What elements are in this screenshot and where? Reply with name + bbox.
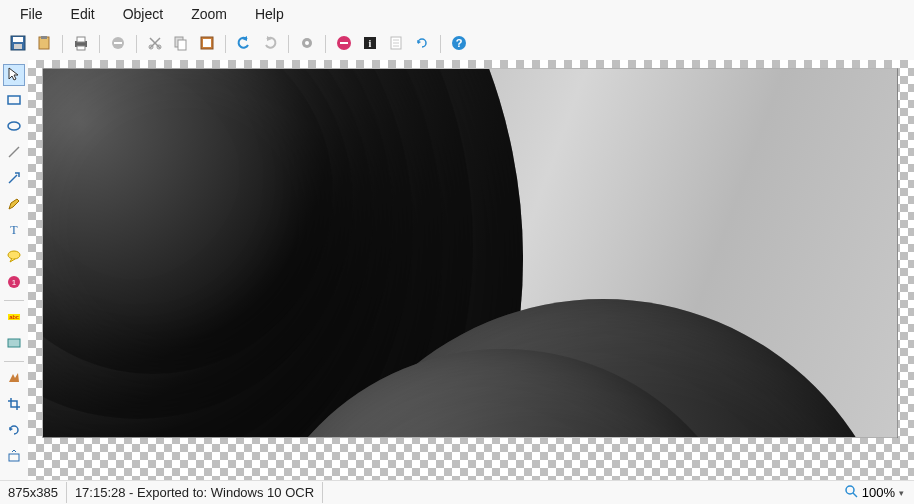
document-icon (388, 35, 404, 54)
zoom-level: 100% (862, 485, 895, 500)
arrow-tool[interactable] (3, 168, 25, 190)
clipboard-icon (36, 35, 52, 54)
text-icon: T (7, 223, 21, 240)
text-tool[interactable]: T (3, 220, 25, 242)
copy-icon (173, 35, 189, 54)
svg-rect-15 (203, 39, 211, 47)
separator (4, 361, 24, 362)
copy-button[interactable] (169, 32, 193, 56)
separator (440, 35, 441, 53)
refresh-button[interactable] (410, 32, 434, 56)
pointer-tool[interactable] (3, 64, 25, 86)
svg-line-30 (9, 147, 19, 157)
dropdown-icon: ▾ (899, 488, 904, 498)
menu-object[interactable]: Object (109, 2, 177, 26)
scissors-icon (147, 35, 163, 54)
svg-point-33 (8, 251, 20, 259)
menu-help[interactable]: Help (241, 2, 298, 26)
counter-tool[interactable]: 1 (3, 272, 25, 294)
svg-rect-19 (340, 42, 348, 44)
effects-tool[interactable] (3, 368, 25, 390)
menu-edit[interactable]: Edit (57, 2, 109, 26)
print-button[interactable] (69, 32, 93, 56)
crop-icon (7, 397, 21, 414)
freehand-tool[interactable] (3, 194, 25, 216)
svg-rect-6 (77, 37, 85, 42)
svg-text:1: 1 (12, 278, 17, 287)
ellipse-icon (7, 119, 21, 136)
cut-button[interactable] (143, 32, 167, 56)
info-button[interactable]: i (358, 32, 382, 56)
svg-text:i: i (369, 38, 372, 49)
separator (325, 35, 326, 53)
side-toolbar: T 1 abc (0, 60, 28, 480)
svg-line-31 (9, 175, 17, 183)
ellipse-tool[interactable] (3, 116, 25, 138)
menu-file[interactable]: File (6, 2, 57, 26)
printer-icon (73, 35, 89, 54)
status-message: 17:15:28 - Exported to: Windows 10 OCR (67, 482, 323, 503)
svg-rect-38 (8, 339, 20, 347)
svg-point-29 (8, 122, 20, 130)
menu-zoom[interactable]: Zoom (177, 2, 241, 26)
svg-point-17 (305, 41, 309, 45)
resize-tool[interactable] (3, 446, 25, 468)
main-toolbar: i ? (0, 28, 914, 60)
zoom-control[interactable]: 100% ▾ (834, 484, 914, 501)
line-tool[interactable] (3, 142, 25, 164)
cancel-icon (110, 35, 126, 54)
paste-button[interactable] (32, 32, 56, 56)
line-icon (7, 145, 21, 162)
close-button[interactable] (332, 32, 356, 56)
svg-rect-13 (178, 40, 186, 50)
highlight-tool[interactable]: abc (3, 307, 25, 329)
magnifier-icon (844, 484, 858, 501)
svg-text:abc: abc (9, 314, 19, 320)
highlighter-icon: abc (7, 310, 21, 327)
undo-icon (236, 35, 252, 54)
info-icon: i (362, 35, 378, 54)
rectangle-icon (7, 93, 21, 110)
separator (136, 35, 137, 53)
close-round-icon (336, 35, 352, 54)
obfuscate-tool[interactable] (3, 333, 25, 355)
svg-rect-2 (14, 44, 22, 49)
settings-button[interactable] (295, 32, 319, 56)
svg-rect-40 (9, 454, 19, 461)
redo-button[interactable] (258, 32, 282, 56)
help-button[interactable]: ? (447, 32, 471, 56)
svg-rect-9 (114, 42, 122, 44)
cursor-icon (7, 67, 21, 84)
statusbar: 875x385 17:15:28 - Exported to: Windows … (0, 480, 914, 504)
svg-line-42 (853, 493, 857, 497)
redo-icon (262, 35, 278, 54)
paste-obj-button[interactable] (195, 32, 219, 56)
svg-rect-7 (77, 46, 85, 50)
canvas-area[interactable] (28, 60, 914, 480)
image-content (42, 68, 898, 438)
resize-icon (7, 449, 21, 466)
document-button[interactable] (384, 32, 408, 56)
svg-rect-4 (41, 36, 47, 39)
separator (288, 35, 289, 53)
cancel-button[interactable] (106, 32, 130, 56)
speechbubble-tool[interactable] (3, 246, 25, 268)
separator (225, 35, 226, 53)
svg-point-41 (846, 486, 854, 494)
menubar: File Edit Object Zoom Help (0, 0, 914, 28)
rectangle-tool[interactable] (3, 90, 25, 112)
refresh-icon (414, 35, 430, 54)
paste-obj-icon (199, 35, 215, 54)
save-button[interactable] (6, 32, 30, 56)
save-icon (10, 35, 26, 54)
help-icon: ? (451, 35, 467, 54)
crop-tool[interactable] (3, 394, 25, 416)
counter-icon: 1 (7, 275, 21, 292)
status-dimensions: 875x385 (0, 482, 67, 503)
svg-text:T: T (10, 223, 18, 237)
rotate-icon (7, 423, 21, 440)
pencil-icon (7, 197, 21, 214)
rotate-tool[interactable] (3, 420, 25, 442)
undo-button[interactable] (232, 32, 256, 56)
separator (4, 300, 24, 301)
